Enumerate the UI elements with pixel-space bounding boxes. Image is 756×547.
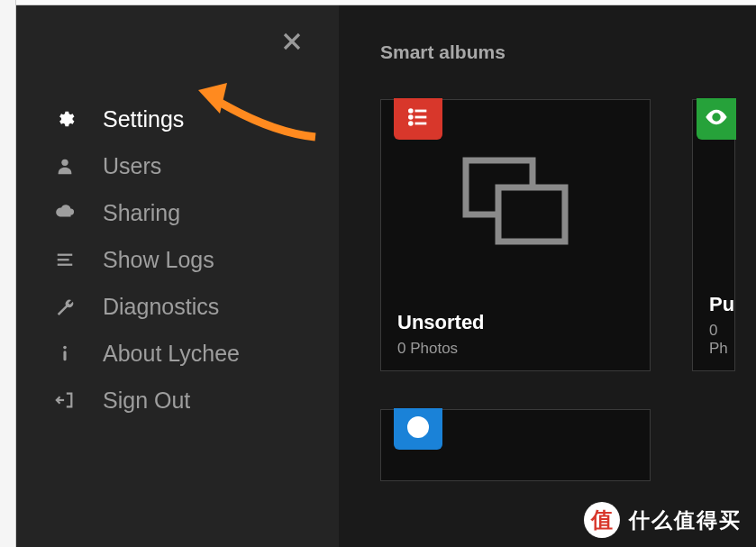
sidebar-menu: Settings Users Sharing Show Logs Diagnos… <box>52 96 321 424</box>
sidebar-item-diagnostics[interactable]: Diagnostics <box>52 283 321 330</box>
album-card-public[interactable]: Pu 0 Ph <box>692 99 735 371</box>
sidebar-item-showlogs[interactable]: Show Logs <box>52 236 321 283</box>
sidebar-item-sharing[interactable]: Sharing <box>52 189 321 236</box>
badge <box>394 408 442 450</box>
svg-point-8 <box>409 110 412 113</box>
album-info: Unsorted 0 Photos <box>397 311 485 358</box>
main-content: Smart albums Unsorted 0 Photos <box>339 5 756 547</box>
eye-icon <box>704 105 729 133</box>
svg-point-6 <box>63 346 67 350</box>
gear-icon <box>52 106 77 132</box>
list-icon <box>405 105 431 133</box>
sidebar-item-about[interactable]: About Lychee <box>52 330 321 377</box>
wrench-icon <box>52 294 77 319</box>
cloud-icon <box>52 200 77 225</box>
sidebar-item-signout[interactable]: Sign Out <box>52 377 321 424</box>
section-title: Smart albums <box>380 41 756 63</box>
svg-point-10 <box>409 116 412 119</box>
album-card-recent[interactable] <box>380 409 651 481</box>
svg-rect-3 <box>58 254 73 256</box>
signout-icon <box>52 387 77 413</box>
svg-point-16 <box>715 115 719 120</box>
albums-row <box>380 409 756 481</box>
page-edge <box>0 0 16 547</box>
svg-point-12 <box>409 123 412 125</box>
sidebar-item-settings[interactable]: Settings <box>52 96 321 142</box>
sidebar-item-label: Settings <box>103 106 184 132</box>
sidebar-item-label: Users <box>103 153 161 179</box>
album-title: Unsorted <box>397 311 485 334</box>
sidebar-item-label: Show Logs <box>103 247 214 273</box>
svg-rect-15 <box>498 187 565 242</box>
watermark: 值 什么值得买 <box>584 502 742 538</box>
badge <box>394 98 442 140</box>
close-button[interactable] <box>278 29 306 58</box>
sidebar-item-label: Sign Out <box>103 387 190 414</box>
sidebar: Settings Users Sharing Show Logs Diagnos… <box>16 5 339 547</box>
sidebar-item-users[interactable]: Users <box>52 142 321 189</box>
watermark-badge: 值 <box>584 502 620 538</box>
album-card-unsorted[interactable]: Unsorted 0 Photos <box>380 99 651 371</box>
watermark-text: 什么值得买 <box>629 506 742 534</box>
badge <box>697 98 736 140</box>
bars-icon <box>52 247 77 272</box>
album-thumb <box>457 151 574 254</box>
sidebar-item-label: Diagnostics <box>103 294 219 320</box>
svg-rect-7 <box>63 351 66 360</box>
info-icon <box>52 341 77 366</box>
svg-rect-4 <box>58 259 69 260</box>
user-icon <box>52 153 77 178</box>
sidebar-item-label: Sharing <box>103 200 180 226</box>
sidebar-item-label: About Lychee <box>103 341 240 367</box>
svg-rect-5 <box>58 264 73 266</box>
clock-icon <box>405 415 431 443</box>
album-count: 0 Photos <box>397 340 485 358</box>
svg-point-2 <box>61 160 68 166</box>
album-title: Pu <box>709 293 734 316</box>
album-info: Pu 0 Ph <box>709 293 734 358</box>
albums-row: Unsorted 0 Photos Pu 0 Ph <box>380 99 756 371</box>
close-icon <box>281 31 303 56</box>
album-count: 0 Ph <box>709 322 734 358</box>
